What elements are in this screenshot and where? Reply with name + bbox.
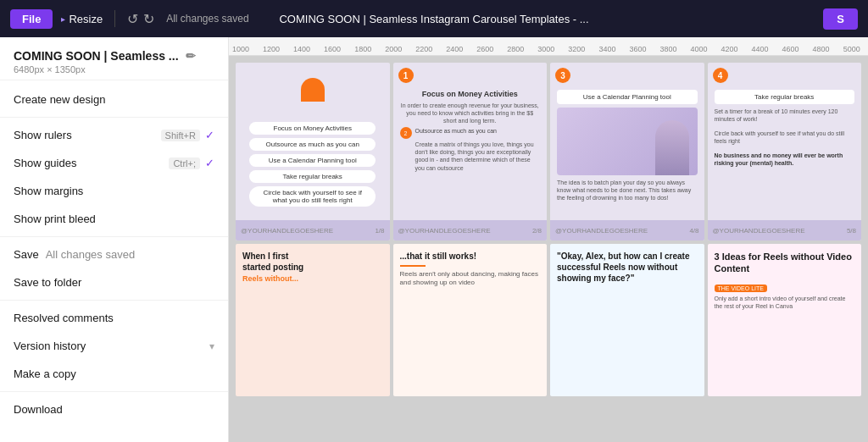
slide2-footer: @YOURHANDLEGOESHERE 2/8 [393, 220, 548, 240]
ruler-marks: 1000 1200 1400 1600 1800 2000 2200 2400 … [232, 45, 868, 55]
ruler-mark: 3400 [598, 45, 629, 55]
slide-r2-1-title: When I firststarted posting [242, 251, 383, 273]
slide2-page: 2/8 [532, 227, 542, 235]
menu-item-show-rulers[interactable]: Show rulers Shift+R ✓ [0, 121, 228, 149]
slide4-badge: 4 [713, 68, 728, 83]
slide2-body: In order to create enough revenue for yo… [400, 102, 541, 124]
menu-label-save-to-folder: Save to folder [14, 276, 81, 289]
slide-r2-4-title: 3 Ideas for Reels without Video Content [715, 251, 855, 275]
menu-item-version-history[interactable]: Version history ▾ [0, 332, 228, 360]
slide-r2-2-line [400, 265, 426, 267]
slide2-list-item-1: 2 Outsource as much as you can [400, 127, 541, 139]
slide1-handle: @YOURHANDLEGOESHERE [241, 227, 333, 235]
ruler-mark: 3000 [537, 45, 568, 55]
file-button[interactable]: File [10, 9, 53, 29]
document-title: COMING SOON | Seamless Instagram Carouse… [279, 13, 588, 25]
slide1-content: Focus on Money Activities Outsource as m… [242, 122, 383, 207]
menu-label-show-guides: Show guides [14, 157, 76, 169]
ruler-mark: 1800 [354, 45, 385, 55]
menu-label-download: Download [14, 403, 63, 416]
slide4-quote: No business and no money will ever be wo… [715, 152, 855, 167]
slide-r2-2[interactable]: ...that it still works! Reels aren't onl… [393, 244, 548, 396]
menu-item-save-to-folder[interactable]: Save to folder [0, 268, 228, 296]
slides-row-1: Focus on Money Activities Outsource as m… [236, 63, 861, 240]
save-status-label: All changes saved [166, 13, 248, 25]
ruler-mark: 1000 [232, 45, 263, 55]
edit-title-icon[interactable]: ✏ [186, 49, 196, 63]
slide4-body: Set a timer for a break of 10 minutes ev… [715, 108, 855, 123]
panel-subtitle: 6480px × 1350px [14, 64, 214, 75]
panel-title-text: COMING SOON | Seamless ... [14, 49, 179, 63]
slide2-content: Focus on Money Activities In order to cr… [400, 90, 541, 172]
slide4-content: Take regular breaks Set a timer for a br… [715, 90, 855, 168]
menu-divider-2 [0, 236, 228, 237]
menu-section: Create new design Show rulers Shift+R ✓ … [0, 80, 228, 428]
slide4-title-pill: Take regular breaks [715, 90, 855, 104]
canvas-background: Focus on Money Activities Outsource as m… [229, 56, 868, 442]
slide-r2-1[interactable]: When I firststarted posting Reels withou… [236, 244, 390, 396]
menu-divider-4 [0, 391, 228, 392]
panel-header: COMING SOON | Seamless ... ✏ 6480px × 13… [0, 37, 228, 80]
slide-4[interactable]: 4 Take regular breaks Set a timer for a … [708, 63, 862, 240]
list-num-1: 2 [400, 127, 412, 139]
slide1-icon [301, 78, 325, 102]
ruler-mark: 3800 [659, 45, 690, 55]
menu-item-create-new-design[interactable]: Create new design [0, 86, 228, 113]
topbar: File ▸ Resize ↺ ↻ All changes saved COMI… [0, 0, 868, 37]
slide4-handle: @YOURHANDLEGOESHERE [713, 227, 805, 235]
resize-label: Resize [69, 13, 103, 25]
share-button[interactable]: S [823, 8, 858, 30]
slide1-pill-4: Take regular breaks [249, 170, 376, 183]
menu-item-make-a-copy[interactable]: Make a copy [0, 360, 228, 388]
menu-item-save[interactable]: Save All changes saved [0, 240, 228, 268]
ruler-mark: 1400 [293, 45, 324, 55]
undo-button[interactable]: ↺ [127, 11, 138, 27]
menu-label-create-new-design: Create new design [14, 93, 105, 106]
menu-item-show-print-bleed[interactable]: Show print bleed [0, 205, 228, 233]
slide3-page: 4/8 [689, 227, 698, 235]
slide-r2-4-body: Only add a short intro video of yourself… [715, 295, 855, 310]
redo-button[interactable]: ↻ [143, 11, 154, 27]
slide-3[interactable]: 3 Use a Calendar Planning tool The idea … [550, 63, 704, 240]
slide2-badge: 1 [398, 68, 414, 83]
check-icon-show-guides: ✓ [205, 157, 214, 169]
panel-title: COMING SOON | Seamless ... ✏ [14, 49, 214, 63]
slide-r2-3[interactable]: "Okay, Alex, but how can I create succes… [550, 244, 704, 396]
ruler-mark: 2000 [385, 45, 415, 55]
ruler: 1000 1200 1400 1600 1800 2000 2200 2400 … [229, 37, 868, 56]
topbar-divider [114, 10, 115, 27]
menu-item-show-margins[interactable]: Show margins [0, 177, 228, 205]
canvas-content[interactable]: Focus on Money Activities Outsource as m… [229, 56, 868, 442]
resize-button[interactable]: ▸ Resize [61, 13, 103, 25]
slide-1[interactable]: Focus on Money Activities Outsource as m… [236, 63, 390, 240]
slide-r2-3-title: "Okay, Alex, but how can I create succes… [557, 251, 698, 284]
slide3-footer: @YOURHANDLEGOESHERE 4/8 [550, 220, 704, 240]
slide3-handle: @YOURHANDLEGOESHERE [555, 227, 648, 235]
slide3-photo [557, 108, 698, 175]
slide1-footer: @YOURHANDLEGOESHERE 1/8 [236, 220, 390, 240]
topbar-right-actions: S [823, 8, 858, 30]
ruler-mark: 4600 [782, 45, 813, 55]
slide-r2-4-badge: THE VIDEO LITE [715, 285, 767, 292]
slide1-page: 1/8 [375, 227, 384, 235]
ruler-mark: 5000 [843, 45, 868, 55]
menu-item-resolved-comments[interactable]: Resolved comments [0, 304, 228, 332]
slide4-list-text: Circle back with yourself to see if what… [715, 130, 855, 145]
slide1-pill-1: Focus on Money Activities [249, 122, 376, 135]
slide-r2-1-orange: Reels without... [242, 274, 383, 283]
slide1-pill-5: Circle back with yourself to see if what… [249, 186, 376, 207]
ruler-mark: 2400 [446, 45, 476, 55]
slide-2[interactable]: 1 Focus on Money Activities In order to … [393, 63, 548, 240]
ruler-mark: 3200 [568, 45, 598, 55]
menu-item-show-guides[interactable]: Show guides Ctrl+; ✓ [0, 149, 228, 177]
menu-label-show-print-bleed: Show print bleed [14, 213, 96, 225]
menu-item-download[interactable]: Download [0, 395, 228, 423]
ruler-mark: 1600 [324, 45, 354, 55]
slide-r2-4[interactable]: 3 Ideas for Reels without Video Content … [708, 244, 862, 396]
ruler-mark: 4400 [752, 45, 782, 55]
ruler-mark: 1200 [263, 45, 293, 55]
ruler-mark: 2600 [476, 45, 507, 55]
menu-label-show-rulers: Show rulers [14, 129, 72, 141]
menu-label-save: Save [14, 248, 39, 261]
resize-arrow-icon: ▸ [61, 14, 65, 24]
